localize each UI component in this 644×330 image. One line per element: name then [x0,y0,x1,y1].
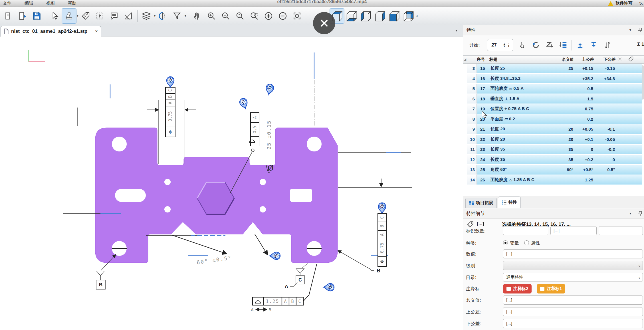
renumber-rotate-button[interactable] [530,39,541,51]
zoom-selection-button[interactable] [290,9,304,23]
id-count-input-1[interactable] [503,226,548,235]
filter-dropdown-caret[interactable]: ▾ [185,14,186,18]
zoom-in-button[interactable] [204,9,219,23]
document-tab-close-icon[interactable]: × [95,29,98,34]
header-nominal[interactable]: 名义值 [556,57,576,62]
balloon-19[interactable]: 19 [378,203,386,213]
table-row[interactable]: 13 25 角度 60° 60° +0.5° -0.5° [463,165,644,175]
lower-tol-input[interactable]: [...] [503,319,643,328]
comment-button[interactable] [107,9,121,23]
diameter-dimension[interactable]: 25 ±0.15 Ø [266,120,273,173]
license-status[interactable]: 软件许可 [608,1,633,6]
header-lower[interactable]: 下公差 [595,57,617,62]
balloon-13[interactable]: 13 [167,77,174,87]
table-row[interactable]: 8 20 平面度 ▱ 0.2 0.2 [463,114,644,125]
menu-help[interactable]: 帮助 [68,1,76,6]
chip-checkbox[interactable] [540,287,544,291]
details-collapse-caret[interactable]: ▾ [629,211,631,215]
document-tab[interactable]: nist_ctc_01_asme1_ap242-e1.stp × [1,26,101,37]
view-cube-bottom-button[interactable] [344,9,358,23]
radio-attribute-label[interactable]: 属性 [531,240,540,245]
table-row[interactable]: 9 21 长度 20 20 +0.05 -0.1 [463,124,644,135]
zoom-window-button[interactable] [247,9,261,23]
header-select-icon[interactable] [617,56,628,63]
level-select[interactable]: v [503,261,643,270]
zoom-out-button[interactable] [219,9,233,23]
header-title[interactable]: 标题 [489,57,556,62]
fcf-profile-26[interactable]: 1.25 A B C A B [251,264,317,312]
zoom-fit-button[interactable] [233,9,247,23]
layers-button[interactable] [139,9,154,23]
radio-attribute[interactable] [524,240,529,245]
marquee-select-button[interactable] [93,9,107,23]
stamp-dropdown-caret[interactable]: ▾ [77,14,78,18]
list-sort-button[interactable] [558,39,569,51]
table-row[interactable]: 4 16 长度 34.8...35.2 +35.2 +34.8 [463,74,644,84]
sort-updown-button[interactable] [602,39,613,51]
header-expand-col[interactable]: ◢ [463,58,467,61]
panel-collapse-caret[interactable]: ▾ [629,28,631,32]
start-spinner[interactable]: 27 ▲▼ ⋮ [487,39,513,51]
menu-edit[interactable]: 编辑 [25,1,33,6]
tab-list-caret[interactable]: ▾ [455,28,457,33]
radio-variable[interactable] [503,240,508,245]
z-order-button[interactable] [544,39,555,51]
selection-badge[interactable]: [...] [477,221,484,227]
table-row[interactable]: 3 15 长度 25 25 +0.15 -0.15 [463,64,644,74]
filter-button[interactable] [170,9,184,23]
move-top-button[interactable] [575,39,586,51]
id-count-input-2[interactable]: [...] [550,226,597,235]
table-row[interactable]: 14 26 面轮廓度 ⌓ 1.25 A B C 1.25 [463,175,644,185]
view-cube-dropdown-caret[interactable]: ◂ [416,14,418,18]
pick-hand-button[interactable] [517,39,528,51]
increase-button[interactable] [261,9,276,23]
table-row[interactable]: 7 19 位置度 ⌖ 0.75 A B C 0.75 [463,104,644,114]
tab-characteristics[interactable]: 特性 [498,197,521,208]
table-row[interactable]: 12 24 长度 35 35 +0.2 0 [463,155,644,165]
radio-variable-label[interactable]: 变量 [510,240,519,245]
decrease-button[interactable] [276,9,290,23]
balloon-17[interactable]: 17 [239,98,249,110]
note-chip-1[interactable]: 注释标1 [537,284,565,293]
nominal-input[interactable]: [...] [503,295,643,305]
value-input[interactable]: [...] [503,249,643,258]
spinner-menu-icon[interactable]: ⋮ [507,43,511,47]
angle-dimension[interactable]: 60° ±0.5° [172,234,268,266]
table-row[interactable]: 5 17 面轮廓度 ⌓ 0.5 A 0.5 [463,84,644,94]
move-bottom-button[interactable] [588,39,599,51]
table-row[interactable]: 10 22 长度 20 20 +0.1 -0.05 [463,135,644,145]
header-tag-icon[interactable] [628,56,642,63]
save-button[interactable] [30,9,44,23]
section-clip-button[interactable] [156,9,170,23]
balloon-15[interactable]: 15 [265,84,274,95]
select-cursor-button[interactable] [48,9,62,23]
pan-hand-button[interactable] [190,9,204,23]
menu-view[interactable]: 视图 [46,1,55,6]
header-upper[interactable]: 上公差 [576,57,595,62]
upper-tol-input[interactable]: [...] [503,307,643,316]
header-seq[interactable]: 序号 [477,57,489,62]
catalog-select[interactable]: 通用特性 v [503,273,643,282]
datum-c-symbol[interactable]: C A [285,264,308,289]
tab-project-expand[interactable]: 项目拓展 [465,198,497,208]
menu-file[interactable]: 文件 [3,1,11,6]
view-cube-right-button[interactable] [373,9,387,23]
view-cube-back-button[interactable] [401,9,415,23]
view-cube-front-button[interactable] [387,9,401,23]
spinner-arrows-icon[interactable]: ▲▼ [503,43,506,47]
stamp-annotation-button[interactable] [62,9,76,23]
new-document-button[interactable] [1,9,15,23]
table-scrollbar[interactable] [642,65,644,100]
measure-setsquare-button[interactable] [121,9,136,23]
video-close-button[interactable] [313,12,335,34]
panel-pin-icon[interactable] [638,27,642,34]
table-row[interactable]: 11 23 长度 35 35 0 -0.2 [463,145,644,155]
note-chip-2[interactable]: 注释标2 [503,284,532,293]
table-row[interactable]: 6 18 垂直度 ⊥ 1.5 A 1.5 [463,94,644,104]
details-pin-icon[interactable] [638,211,642,217]
open-document-button[interactable] [15,9,30,23]
chip-checkbox[interactable] [506,287,511,291]
view-cube-left-button[interactable] [358,9,373,23]
cad-viewport[interactable]: C B A 0.75 ⌖ 13 A 0.5 17 [0,37,463,330]
tag-button[interactable] [78,9,93,23]
